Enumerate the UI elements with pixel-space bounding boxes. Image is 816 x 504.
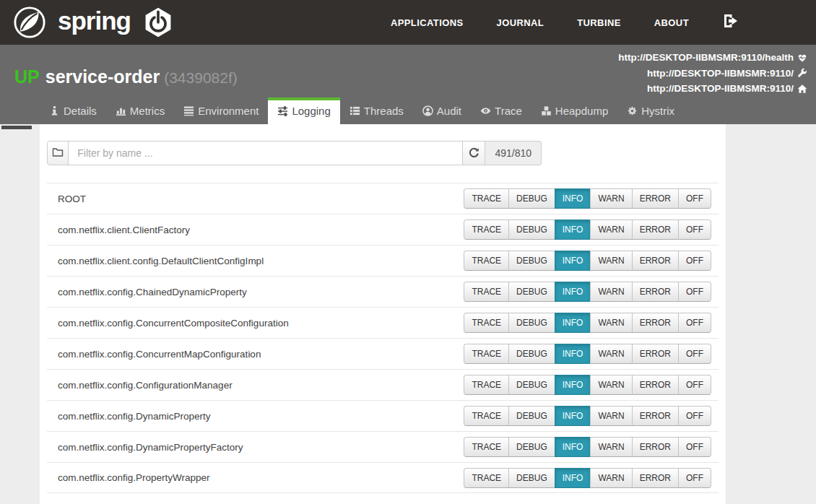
level-button-error[interactable]: ERROR	[632, 437, 679, 457]
tab-audit[interactable]: Audit	[413, 97, 471, 124]
navbar-item[interactable]: JOURNAL	[497, 17, 544, 28]
level-button-trace[interactable]: TRACE	[464, 188, 509, 209]
management-link[interactable]: http://DESKTOP-IIBMSMR:9110/	[647, 66, 807, 82]
level-button-info[interactable]: INFO	[555, 220, 591, 240]
level-button-debug[interactable]: DEBUG	[508, 251, 555, 271]
level-button-warn[interactable]: WARN	[590, 188, 632, 209]
level-button-error[interactable]: ERROR	[632, 188, 679, 209]
level-button-debug[interactable]: DEBUG	[508, 375, 555, 395]
level-button-warn[interactable]: WARN	[590, 251, 632, 271]
level-button-error[interactable]: ERROR	[632, 282, 679, 302]
level-button-debug[interactable]: DEBUG	[508, 313, 555, 333]
tab-logging[interactable]: Logging	[268, 97, 339, 124]
logging-panel: 491/810 ROOT TRACEDEBUGINFOWARNERROROFF …	[40, 124, 726, 504]
tab-details[interactable]: Details	[40, 97, 106, 124]
management-links: http://DESKTOP-IIBMSMR:9110/health http:…	[618, 50, 807, 97]
refresh-button[interactable]	[462, 141, 485, 165]
level-button-off[interactable]: OFF	[678, 344, 711, 364]
eye-icon	[480, 105, 491, 116]
level-button-info[interactable]: INFO	[555, 375, 591, 395]
level-button-error[interactable]: ERROR	[632, 406, 679, 426]
level-button-trace[interactable]: TRACE	[464, 251, 509, 271]
management-link[interactable]: http://DESKTOP-IIBMSMR:9110/health	[618, 50, 807, 66]
level-button-warn[interactable]: WARN	[590, 406, 632, 426]
level-button-debug[interactable]: DEBUG	[508, 344, 555, 364]
level-button-info[interactable]: INFO	[555, 406, 591, 426]
navbar-item[interactable]: TURBINE	[577, 17, 621, 28]
tab-metrics[interactable]: Metrics	[106, 97, 174, 124]
tab-label: Metrics	[130, 105, 165, 117]
level-button-info[interactable]: INFO	[555, 437, 591, 457]
level-button-trace[interactable]: TRACE	[464, 437, 509, 457]
level-button-trace[interactable]: TRACE	[464, 344, 509, 364]
level-button-error[interactable]: ERROR	[632, 468, 679, 488]
sliders-icon	[277, 105, 288, 116]
level-button-warn[interactable]: WARN	[590, 437, 632, 457]
level-button-warn[interactable]: WARN	[590, 313, 632, 333]
level-button-warn[interactable]: WARN	[590, 220, 632, 240]
level-button-off[interactable]: OFF	[678, 251, 711, 271]
logger-name: com.netflix.config.PropertyWrapper	[58, 472, 210, 483]
level-button-group: TRACEDEBUGINFOWARNERROROFF	[464, 220, 711, 240]
level-button-off[interactable]: OFF	[678, 220, 711, 240]
level-button-debug[interactable]: DEBUG	[508, 282, 555, 302]
level-button-off[interactable]: OFF	[678, 375, 711, 395]
logger-row: com.netflix.client.ClientFactory TRACEDE…	[47, 214, 719, 245]
level-button-off[interactable]: OFF	[678, 406, 711, 426]
level-button-warn[interactable]: WARN	[590, 344, 632, 364]
level-button-trace[interactable]: TRACE	[464, 313, 509, 333]
tab-environment[interactable]: Environment	[174, 97, 268, 124]
level-button-error[interactable]: ERROR	[632, 375, 679, 395]
application-name: service-order	[45, 66, 160, 87]
level-button-off[interactable]: OFF	[678, 282, 711, 302]
level-button-off[interactable]: OFF	[678, 468, 711, 488]
level-button-error[interactable]: ERROR	[632, 251, 679, 271]
level-button-debug[interactable]: DEBUG	[508, 468, 555, 488]
spring-brand[interactable]: spring	[13, 6, 174, 39]
navbar-item[interactable]: ABOUT	[654, 17, 689, 28]
level-button-off[interactable]: OFF	[678, 313, 711, 333]
navbar-item[interactable]: APPLICATIONS	[391, 17, 464, 28]
level-button-info[interactable]: INFO	[555, 468, 591, 488]
server-icon	[183, 105, 194, 116]
level-button-info[interactable]: INFO	[555, 282, 591, 302]
level-button-debug[interactable]: DEBUG	[508, 437, 555, 457]
level-button-trace[interactable]: TRACE	[464, 375, 509, 395]
level-button-info[interactable]: INFO	[555, 188, 591, 209]
page: spring APPLICATIONS JOURNAL TURBINE ABOU…	[0, 0, 816, 504]
filter-input[interactable]	[68, 141, 463, 165]
level-button-info[interactable]: INFO	[555, 313, 591, 333]
management-link-url: http://DESKTOP-IIBMSMR:9110/	[647, 66, 794, 82]
level-button-off[interactable]: OFF	[678, 188, 711, 209]
tab-hystrix[interactable]: Hystrix	[617, 97, 684, 124]
tab-threads[interactable]: Threads	[340, 97, 413, 124]
level-button-info[interactable]: INFO	[555, 344, 591, 364]
level-button-off[interactable]: OFF	[678, 437, 711, 457]
level-button-debug[interactable]: DEBUG	[508, 220, 555, 240]
tab-heapdump[interactable]: Heapdump	[531, 97, 617, 124]
level-button-debug[interactable]: DEBUG	[508, 188, 555, 209]
level-button-warn[interactable]: WARN	[590, 468, 632, 488]
tab-trace[interactable]: Trace	[471, 97, 531, 124]
logger-filter-group: 491/810	[47, 141, 542, 165]
level-button-trace[interactable]: TRACE	[464, 220, 509, 240]
level-button-group: TRACEDEBUGINFOWARNERROROFF	[464, 313, 711, 333]
logger-name: ROOT	[58, 194, 86, 204]
level-button-warn[interactable]: WARN	[590, 375, 632, 395]
level-button-warn[interactable]: WARN	[590, 282, 632, 302]
level-button-trace[interactable]: TRACE	[464, 282, 509, 302]
spring-leaf-icon	[13, 6, 46, 39]
level-button-trace[interactable]: TRACE	[464, 468, 509, 488]
application-title: UPservice-order(3439082f)	[14, 66, 238, 87]
folder-button[interactable]	[47, 141, 69, 165]
level-button-error[interactable]: ERROR	[632, 313, 679, 333]
level-button-debug[interactable]: DEBUG	[508, 406, 555, 426]
level-button-error[interactable]: ERROR	[632, 220, 679, 240]
management-link[interactable]: http://DESKTOP-IIBMSMR:9110/	[647, 81, 807, 97]
sign-out-button[interactable]	[722, 12, 739, 32]
sign-out-icon	[722, 12, 739, 32]
level-button-info[interactable]: INFO	[555, 251, 591, 271]
navbar-links: APPLICATIONS JOURNAL TURBINE ABOUT	[391, 12, 739, 32]
level-button-trace[interactable]: TRACE	[464, 406, 509, 426]
level-button-error[interactable]: ERROR	[632, 344, 679, 364]
